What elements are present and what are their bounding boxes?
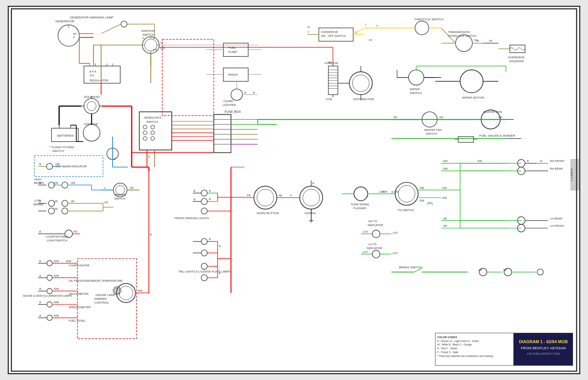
svg-text:DIAGRAM 1 - 62/64 MGB: DIAGRAM 1 - 62/64 MGB	[519, 339, 568, 344]
svg-text:B: B	[312, 182, 314, 185]
svg-text:GW: GW	[420, 199, 424, 202]
svg-text:FROM BENTLEY A8753AW: FROM BENTLEY A8753AW	[521, 346, 566, 350]
svg-text:GENERATOR: GENERATOR	[55, 20, 75, 23]
svg-text:UW: UW	[55, 163, 60, 165]
svg-text:B: B	[540, 160, 542, 162]
svg-text:SWITCH: SWITCH	[410, 91, 422, 95]
svg-text:SWITCH: SWITCH	[426, 132, 437, 135]
svg-text:REGULATOR: REGULATOR	[90, 79, 108, 82]
svg-text:R: R	[219, 272, 221, 274]
svg-text:SWITCH: SWITCH	[114, 197, 125, 200]
svg-text:Y: Y	[376, 25, 378, 27]
svg-text:NY: NY	[73, 33, 77, 35]
svg-text:HEATER FAN: HEATER FAN	[483, 110, 502, 114]
svg-text:OVERDRIVE: OVERDRIVE	[321, 30, 338, 34]
svg-text:N: N	[244, 91, 246, 94]
svg-text:W: W	[160, 41, 163, 44]
svg-text:N - Brown      LG - Light Gree: N - Brown LG - Light Green G - Green	[437, 340, 479, 343]
svg-text:WIPER MOTOR: WIPER MOTOR	[462, 96, 484, 99]
svg-text:FUSE BOX: FUSE BOX	[224, 110, 241, 114]
svg-text:R: R	[209, 238, 211, 241]
svg-text:IGNITION: IGNITION	[141, 29, 155, 33]
svg-text:GN: GN	[439, 116, 443, 119]
svg-text:CONTROL: CONTROL	[94, 301, 109, 304]
svg-text:R: R	[209, 198, 211, 201]
svg-text:CIGAR: CIGAR	[223, 99, 233, 103]
svg-text:TAIL LIGHTS & LICENSE PLATE LA: TAIL LIGHTS & LICENSE PLATE LAMPS	[178, 270, 231, 273]
svg-text:N: N	[142, 37, 144, 40]
svg-text:LOY: LOY	[363, 230, 368, 233]
svg-text:HORN BUTTON: HORN BUTTON	[257, 211, 279, 215]
svg-text:R/W: R/W	[54, 274, 59, 277]
svg-text:B: B	[194, 190, 196, 192]
svg-text:U: U	[104, 187, 106, 189]
svg-text:B: B	[39, 163, 41, 165]
svg-text:W: W	[307, 25, 310, 29]
svg-text:OIL PRESSURE/WATER TEMPERATURE: OIL PRESSURE/WATER TEMPERATURE	[69, 279, 123, 283]
svg-text:B: B	[39, 230, 41, 233]
svg-text:LIGHTER: LIGHTER	[223, 103, 236, 107]
svg-text:B: B	[527, 160, 529, 162]
svg-text:R/W: R/W	[54, 260, 59, 263]
svg-text:R: R	[209, 190, 211, 192]
svg-text:⚙: ⚙	[112, 284, 122, 297]
svg-text:SWITCH": SWITCH"	[52, 149, 65, 153]
svg-text:DIMMER: DIMMER	[94, 297, 106, 301]
svg-text:LON: LON	[379, 190, 385, 193]
svg-text:B: B	[39, 200, 41, 203]
svg-text:Y: Y	[307, 30, 309, 34]
svg-text:GW: GW	[420, 187, 424, 189]
svg-text:GN: GN	[393, 116, 397, 119]
svg-text:RW: RW	[138, 289, 143, 292]
svg-text:SWITCH: SWITCH	[146, 120, 158, 124]
svg-text:P - Purple     S - Slate: P - Purple S - Slate	[437, 351, 458, 354]
svg-text:HEATER FAN: HEATER FAN	[424, 128, 442, 132]
svg-text:P: P	[290, 194, 292, 197]
svg-text:OVERDRIVE: OVERDRIVE	[508, 56, 525, 59]
svg-text:RH TS: RH TS	[369, 220, 377, 223]
svg-text:RO: RO	[74, 230, 78, 233]
svg-text:LIGHT/SWITCH: LIGHT/SWITCH	[47, 239, 67, 242]
svg-text:R/W: R/W	[54, 314, 59, 317]
svg-text:OP: OP	[478, 269, 482, 271]
svg-text:WIPER: WIPER	[410, 88, 420, 91]
svg-text:INTERLOCK SWITCH: INTERLOCK SWITCH	[448, 34, 476, 38]
svg-text:UR: UR	[104, 201, 108, 204]
svg-text:W: W	[153, 37, 155, 40]
svg-text:PB: PB	[278, 194, 282, 197]
svg-text:GW: GW	[443, 167, 448, 170]
svg-text:LOY: LOY	[392, 252, 398, 254]
svg-text:B: B	[253, 91, 255, 94]
svg-text:GW: GW	[443, 160, 448, 162]
svg-text:YR: YR	[473, 39, 477, 41]
svg-text:BRAKE SWITCH: BRAKE SWITCH	[399, 266, 422, 269]
svg-text:R: R	[148, 155, 150, 158]
svg-text:(3RI): (3RI)	[427, 202, 433, 205]
svg-text:UR: UR	[130, 187, 134, 189]
svg-text:TACHOMETER: TACHOMETER	[69, 292, 89, 296]
svg-text:A ⓖ PUBLICATION © 2003: A ⓖ PUBLICATION © 2003	[527, 352, 560, 355]
svg-text:R: R	[150, 233, 152, 236]
svg-text:DISTRIBUTOR: DISTRIBUTOR	[353, 97, 374, 101]
svg-text:VP: VP	[489, 40, 493, 42]
svg-text:HEADLIGHT: HEADLIGHT	[144, 116, 161, 119]
svg-text:OR: OR	[443, 225, 447, 227]
svg-text:INDICATOR: INDICATOR	[367, 246, 382, 250]
svg-text:SOLENOID: SOLENOID	[84, 95, 100, 99]
svg-text:B: B	[39, 314, 41, 317]
svg-text:SHEET 1: SHEET 1	[570, 169, 573, 182]
svg-text:LH FRONT: LH FRONT	[550, 224, 565, 228]
svg-text:B: B	[39, 182, 41, 184]
svg-text:U: U	[114, 157, 116, 160]
svg-text:PUMP: PUMP	[228, 50, 237, 54]
svg-text:UW: UW	[54, 182, 58, 184]
svg-text:* "FLASH-TO-PASS: * "FLASH-TO-PASS	[49, 145, 74, 149]
svg-text:GN: GN	[498, 116, 502, 119]
svg-text:B: B	[39, 287, 41, 290]
svg-text:R - Red        Y - Yellow: R - Red Y - Yellow	[437, 347, 457, 350]
svg-text:SPEEDOMETER: SPEEDOMETER	[69, 306, 91, 309]
svg-text:VR: VR	[369, 39, 372, 41]
svg-text:GENERATOR WARNING LAMP: GENERATOR WARNING LAMP	[70, 16, 113, 19]
svg-text:W - White      B - Black      : W - White B - Black O - Orange	[437, 343, 472, 346]
svg-text:R/W: R/W	[54, 301, 59, 304]
